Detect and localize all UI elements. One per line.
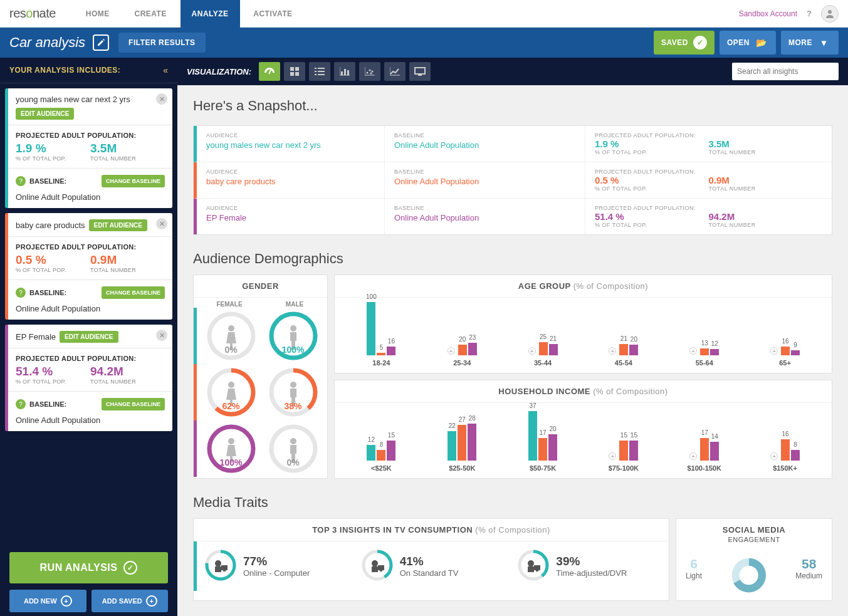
tv-label: On Standard TV (400, 568, 459, 578)
viz-line-chart-icon[interactable] (384, 62, 406, 81)
viz-bar-chart-icon[interactable] (334, 62, 355, 81)
social-medium-label: Medium (795, 572, 822, 580)
audience-name: baby care products (16, 221, 85, 230)
edit-audience-button[interactable]: EDIT AUDIENCE (16, 108, 74, 120)
num-sub: TOTAL NUMBER (709, 185, 823, 192)
search-insights-input[interactable] (732, 63, 839, 80)
add-saved-button[interactable]: ADD SAVED+ (92, 590, 169, 612)
svg-point-47 (215, 560, 221, 566)
sidebar: YOUR ANALYSIS INCLUDES: « ✕ young males … (0, 58, 177, 616)
bar-value: 12 (368, 436, 375, 443)
viz-grid-icon[interactable] (284, 62, 305, 81)
snapshot-row: AUDIENCEyoung males new car next 2 yrs B… (194, 126, 832, 162)
pencil-icon (97, 38, 105, 47)
viz-dashboard-icon[interactable] (259, 62, 280, 81)
help-icon[interactable]: ? (16, 399, 26, 409)
nav-analyze[interactable]: ANALYZE (181, 0, 240, 28)
num-sub: TOTAL NUMBER (709, 222, 823, 228)
bar-category: <$25K (371, 464, 392, 472)
user-icon (825, 9, 835, 19)
pct-sub: % OF TOTAL POP. (16, 267, 90, 273)
viz-list-icon[interactable] (309, 62, 330, 81)
edit-audience-button[interactable]: EDIT AUDIENCE (89, 219, 147, 231)
svg-point-20 (370, 73, 372, 75)
add-data-icon[interactable]: + (448, 347, 455, 355)
audience-label: AUDIENCE (206, 169, 375, 175)
bar: 25 (539, 342, 548, 355)
bar-value: 14 (711, 433, 718, 440)
open-button[interactable]: OPEN📂 (720, 31, 776, 55)
svg-point-19 (372, 71, 374, 73)
num-value: 0.9M (90, 253, 165, 267)
change-baseline-button[interactable]: CHANGE BASELINE (102, 175, 165, 187)
close-audience-icon[interactable]: ✕ (156, 218, 167, 229)
add-data-icon[interactable]: + (689, 452, 697, 460)
collapse-sidebar-icon[interactable]: « (163, 65, 168, 75)
social-media-panel: SOCIAL MEDIAENGAGEMENT 6Light 58Medium (676, 518, 832, 601)
tv-pct: 77% (243, 555, 310, 568)
tv-label: Time-adjusted/DVR (556, 568, 627, 578)
age-group-chart: 10051618-24+202325-34+252135-44+212045-5… (335, 298, 832, 373)
add-data-icon[interactable]: + (609, 452, 616, 460)
topbar-right: Sandbox Account ? (739, 5, 839, 23)
viz-monitor-icon[interactable] (409, 62, 431, 81)
bar: 28 (468, 424, 476, 461)
add-new-button[interactable]: ADD NEW+ (9, 590, 86, 612)
svg-rect-4 (290, 72, 294, 76)
bar-value: 17 (540, 429, 547, 436)
bar-group: 10051618-24 (362, 302, 400, 367)
header-actions: SAVED✓ OPEN📂 MORE▾ (654, 31, 839, 55)
pct-sub: % OF TOTAL POP. (595, 222, 709, 228)
bar: 14 (710, 442, 719, 461)
add-data-icon[interactable]: + (770, 452, 778, 460)
add-data-icon[interactable]: + (609, 347, 616, 355)
num-value: 94.2M (90, 365, 165, 378)
male-donut: 100% (262, 311, 324, 361)
avatar[interactable] (821, 5, 839, 23)
bar: 9 (791, 350, 800, 355)
svg-rect-14 (347, 70, 349, 75)
bar: 21 (619, 344, 628, 355)
nav-create[interactable]: CREATE (123, 0, 177, 28)
add-data-icon[interactable]: + (689, 347, 697, 355)
account-name[interactable]: Sandbox Account (739, 9, 797, 18)
bar-group: +212045-54 (605, 302, 642, 367)
bar-group: +252135-44 (524, 302, 562, 367)
edit-audience-button[interactable]: EDIT AUDIENCE (60, 331, 118, 343)
bar-value: 16 (782, 431, 788, 437)
bar-value: 17 (701, 429, 708, 436)
svg-rect-1 (268, 70, 271, 74)
baseline-value: Online Adult Population (394, 140, 575, 150)
filter-results-button[interactable]: FILTER RESULTS (118, 33, 206, 53)
bar-value: 21 (550, 335, 557, 342)
add-data-icon[interactable]: + (528, 347, 536, 355)
nav-home[interactable]: HOME (75, 0, 121, 28)
proj-label: PROJECTED ADULT POPULATION: (595, 169, 709, 175)
more-button[interactable]: MORE▾ (781, 31, 839, 55)
saved-button[interactable]: SAVED✓ (654, 31, 715, 55)
male-donut: 38% (262, 367, 324, 417)
close-audience-icon[interactable]: ✕ (156, 330, 167, 341)
help-icon[interactable]: ? (807, 9, 812, 18)
logo-dot: o (26, 6, 33, 20)
edit-title-button[interactable] (93, 34, 109, 51)
pct-sub: % OF TOTAL POP. (595, 149, 709, 155)
help-icon[interactable]: ? (16, 176, 26, 186)
change-baseline-button[interactable]: CHANGE BASELINE (102, 286, 165, 299)
tv-pct: 39% (556, 555, 627, 568)
audience-card: ✕ young males new car next 2 yrsEDIT AUD… (5, 88, 172, 208)
close-audience-icon[interactable]: ✕ (156, 93, 167, 105)
projected-label: PROJECTED ADULT POPULATION: (16, 132, 165, 139)
change-baseline-button[interactable]: CHANGE BASELINE (102, 398, 165, 410)
num-value: 3.5M (90, 142, 165, 155)
nav-activate[interactable]: ACTIVATE (242, 0, 303, 28)
bar: 27 (458, 425, 466, 461)
audience-card: ✕ EP FemaleEDIT AUDIENCE PROJECTED ADULT… (5, 325, 172, 431)
help-icon[interactable]: ? (16, 288, 26, 298)
run-analysis-button[interactable]: RUN ANALYSIS✓ (9, 552, 168, 583)
viz-scatter-icon[interactable] (359, 62, 380, 81)
svg-point-0 (828, 10, 832, 14)
comp-sub: (% of Composition) (573, 281, 649, 291)
bar-value: 8 (793, 441, 797, 448)
add-data-icon[interactable]: + (770, 347, 778, 355)
